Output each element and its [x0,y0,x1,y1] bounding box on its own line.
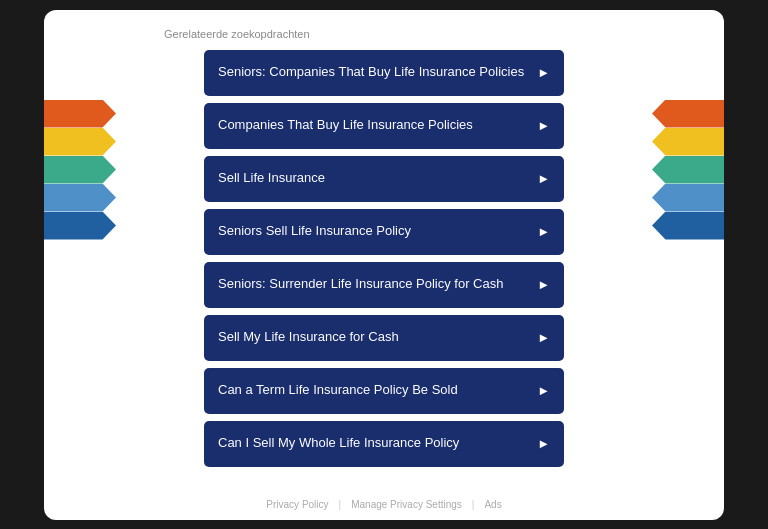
footer: Privacy Policy | Manage Privacy Settings… [266,499,501,510]
main-card: Gerelateerde zoekopdrachten Seniors: Com… [44,10,724,520]
search-button-6[interactable]: Sell My Life Insurance for Cash► [204,315,564,361]
button-label-5: Seniors: Surrender Life Insurance Policy… [218,276,529,293]
button-label-8: Can I Sell My Whole Life Insurance Polic… [218,435,529,452]
button-label-6: Sell My Life Insurance for Cash [218,329,529,346]
ribbons-left [44,100,116,240]
ribbon-darkblue-right [652,212,724,240]
search-button-2[interactable]: Companies That Buy Life Insurance Polici… [204,103,564,149]
arrow-icon-3: ► [537,171,550,186]
search-button-5[interactable]: Seniors: Surrender Life Insurance Policy… [204,262,564,308]
ribbon-teal-right [652,156,724,184]
button-label-7: Can a Term Life Insurance Policy Be Sold [218,382,529,399]
arrow-icon-4: ► [537,224,550,239]
ribbons-right [652,100,724,240]
section-label: Gerelateerde zoekopdrachten [164,28,310,40]
ribbon-teal-left [44,156,116,184]
arrow-icon-7: ► [537,383,550,398]
button-label-2: Companies That Buy Life Insurance Polici… [218,117,529,134]
ribbon-darkblue-left [44,212,116,240]
ribbon-orange-right [652,100,724,128]
footer-sep-1: | [339,499,342,510]
search-button-4[interactable]: Seniors Sell Life Insurance Policy► [204,209,564,255]
arrow-icon-1: ► [537,65,550,80]
button-label-4: Seniors Sell Life Insurance Policy [218,223,529,240]
ribbon-blue-left [44,184,116,212]
arrow-icon-5: ► [537,277,550,292]
button-label-3: Sell Life Insurance [218,170,529,187]
search-button-3[interactable]: Sell Life Insurance► [204,156,564,202]
ribbon-yellow-right [652,128,724,156]
privacy-policy-link[interactable]: Privacy Policy [266,499,328,510]
arrow-icon-8: ► [537,436,550,451]
ribbon-yellow-left [44,128,116,156]
buttons-container: Seniors: Companies That Buy Life Insuran… [204,50,564,491]
search-button-1[interactable]: Seniors: Companies That Buy Life Insuran… [204,50,564,96]
ads-link[interactable]: Ads [484,499,501,510]
search-button-8[interactable]: Can I Sell My Whole Life Insurance Polic… [204,421,564,467]
search-button-7[interactable]: Can a Term Life Insurance Policy Be Sold… [204,368,564,414]
arrow-icon-2: ► [537,118,550,133]
ribbon-orange-left [44,100,116,128]
footer-sep-2: | [472,499,475,510]
ribbon-blue-right [652,184,724,212]
manage-privacy-link[interactable]: Manage Privacy Settings [351,499,462,510]
arrow-icon-6: ► [537,330,550,345]
button-label-1: Seniors: Companies That Buy Life Insuran… [218,64,529,81]
